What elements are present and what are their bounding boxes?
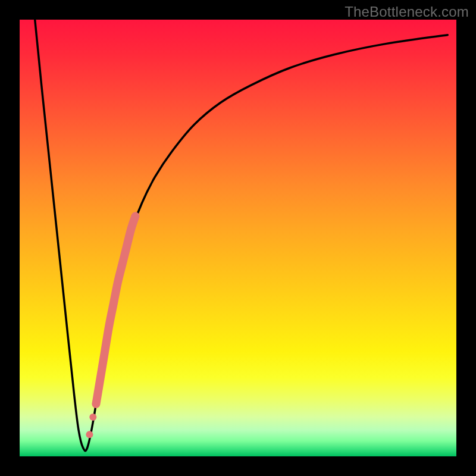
watermark-text: TheBottleneck.com bbox=[345, 4, 469, 20]
chart-svg bbox=[20, 20, 456, 456]
plot-area bbox=[20, 20, 456, 456]
chart-frame: TheBottleneck.com bbox=[0, 0, 476, 476]
highlight-dot bbox=[89, 414, 96, 421]
highlight-dot bbox=[86, 431, 93, 438]
highlight-segment bbox=[96, 216, 135, 404]
